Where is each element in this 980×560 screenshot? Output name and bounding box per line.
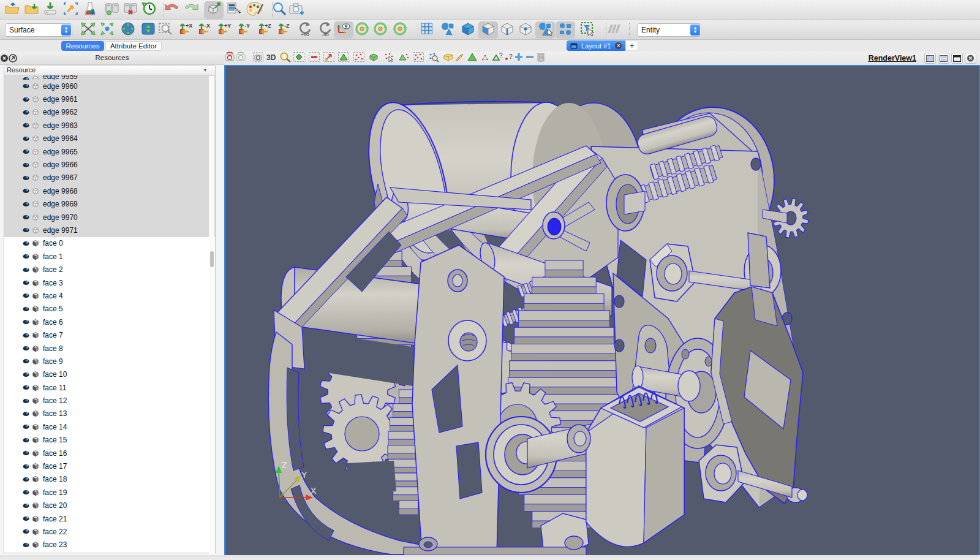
- svg-text:-Z: -Z: [284, 23, 290, 29]
- svg-text:+90: +90: [301, 32, 309, 37]
- svg-text:Z: Z: [282, 460, 287, 470]
- svg-text:+Z: +Z: [265, 23, 271, 29]
- svg-text:+Y: +Y: [224, 23, 231, 29]
- svg-text:Y: Y: [301, 470, 307, 480]
- svg-text:-X: -X: [205, 23, 210, 29]
- svg-text:-90: -90: [322, 32, 329, 37]
- svg-text:X: X: [311, 486, 317, 496]
- svg-text:+X: +X: [186, 23, 192, 29]
- svg-text:3D: 3D: [266, 53, 276, 62]
- svg-text:-Y: -Y: [244, 23, 250, 29]
